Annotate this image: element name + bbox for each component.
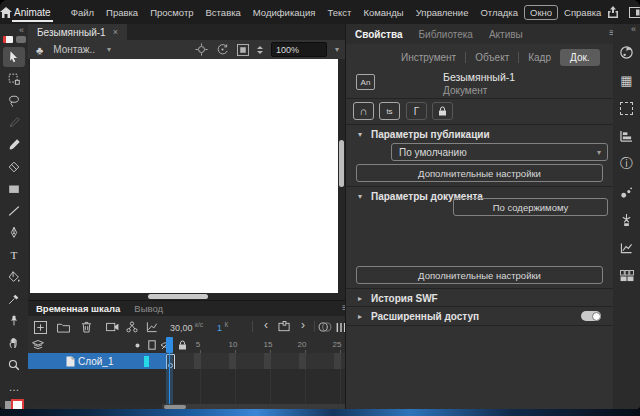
- rectangle-tool[interactable]: [3, 179, 25, 199]
- rotate-view-icon[interactable]: [216, 43, 229, 56]
- profile-select[interactable]: По умолчанию ▾: [391, 143, 608, 161]
- publish-advanced-button[interactable]: Дополнительные настройки: [356, 164, 603, 182]
- menu-edit[interactable]: Правка: [100, 5, 144, 20]
- horizontal-scroll-thumb[interactable]: [148, 294, 208, 299]
- document-tab-close-icon[interactable]: ×: [113, 27, 118, 37]
- paint-bucket-tool[interactable]: [3, 267, 25, 287]
- highlight-layers-icon[interactable]: [131, 339, 143, 351]
- playhead[interactable]: [166, 337, 173, 353]
- layer-outline-color-swatch[interactable]: [144, 356, 149, 367]
- delete-layer-button[interactable]: [78, 319, 94, 335]
- menu-control[interactable]: Управление: [410, 5, 475, 20]
- document-tab[interactable]: Безымянный-1 ×: [28, 24, 127, 40]
- stage[interactable]: [30, 59, 338, 293]
- hand-tool[interactable]: [3, 333, 25, 353]
- workspace-icon[interactable]: [629, 7, 640, 18]
- layer-parenting-button[interactable]: [124, 319, 140, 335]
- onion-skin-button[interactable]: [317, 319, 333, 335]
- layer-depth-button[interactable]: [144, 319, 160, 335]
- snap-ts-button[interactable]: ts: [379, 102, 400, 120]
- zoom-tool[interactable]: [3, 355, 25, 375]
- eraser-tool[interactable]: [3, 157, 25, 177]
- frame-rate-display[interactable]: 30,00 к/с: [170, 321, 203, 333]
- layer-name-cell[interactable]: Слой_1: [28, 353, 166, 369]
- menu-text[interactable]: Текст: [321, 5, 357, 20]
- extended-access-header[interactable]: ▸ Расширенный доступ: [346, 306, 613, 322]
- zoom-level-select[interactable]: 100%: [271, 42, 327, 57]
- subtab-doc[interactable]: Док.: [560, 49, 600, 66]
- add-camera-button[interactable]: [104, 319, 120, 335]
- snap-corner-button[interactable]: Γ: [406, 102, 427, 120]
- tab-library[interactable]: Библиотека: [419, 29, 473, 40]
- align-panel-icon[interactable]: [617, 126, 637, 146]
- outline-layers-icon[interactable]: [146, 339, 158, 351]
- menu-view[interactable]: Просмотр: [144, 5, 199, 20]
- tab-assets[interactable]: Активы: [489, 29, 523, 40]
- timeline-empty-area[interactable]: [28, 369, 345, 404]
- menu-modify[interactable]: Модификация: [247, 5, 322, 20]
- pen-tool[interactable]: [3, 223, 25, 243]
- menu-file[interactable]: Файл: [65, 5, 100, 20]
- text-tool[interactable]: T: [3, 245, 25, 265]
- current-frame-display[interactable]: 1 К: [217, 321, 228, 333]
- fluid-brush-tool[interactable]: [3, 113, 25, 133]
- frame-picker-panel-icon[interactable]: [617, 210, 637, 230]
- match-contents-button[interactable]: По содержимому: [453, 198, 608, 216]
- info-panel-icon[interactable]: ⓘ: [617, 154, 637, 174]
- snap-magnet-button[interactable]: ∩: [353, 102, 374, 120]
- step-forward-button[interactable]: ›: [295, 317, 311, 333]
- doc-advanced-button[interactable]: Дополнительные настройки: [356, 266, 603, 284]
- more-tools-button[interactable]: …: [3, 377, 25, 397]
- center-frame-button[interactable]: [276, 319, 292, 335]
- menu-commands[interactable]: Команды: [357, 5, 409, 20]
- menu-debug[interactable]: Отладка: [474, 5, 524, 20]
- vertical-scrollbar[interactable]: [338, 59, 345, 293]
- transform-panel-icon[interactable]: [617, 98, 637, 118]
- menu-window[interactable]: Окно: [524, 5, 558, 20]
- color-panel-icon[interactable]: [617, 42, 637, 62]
- asset-warp-tool[interactable]: [3, 311, 25, 331]
- home-icon[interactable]: [0, 7, 12, 18]
- classic-brush-tool[interactable]: [3, 135, 25, 155]
- menu-help[interactable]: Справка: [558, 5, 607, 20]
- layers-stack-icon[interactable]: [32, 339, 44, 351]
- zoom-chevron-icon[interactable]: ▾: [335, 45, 339, 54]
- eyedropper-tool[interactable]: [3, 289, 25, 309]
- collapse-tools-icon[interactable]: «: [19, 24, 28, 35]
- clip-content-icon[interactable]: [237, 44, 249, 56]
- new-folder-button[interactable]: [55, 319, 71, 335]
- new-layer-button[interactable]: [32, 319, 48, 335]
- horizontal-scrollbar[interactable]: [28, 293, 345, 300]
- history-panel-icon[interactable]: [617, 238, 637, 258]
- lock-layers-icon[interactable]: [176, 339, 188, 351]
- scene-chevron-icon[interactable]: ▾: [107, 45, 111, 54]
- tab-output[interactable]: Вывод: [134, 303, 163, 314]
- line-tool[interactable]: [3, 201, 25, 221]
- scene-name[interactable]: Монтаж..: [53, 44, 95, 55]
- free-transform-tool[interactable]: [3, 69, 25, 89]
- center-stage-icon[interactable]: [195, 43, 208, 56]
- subtab-frame[interactable]: Кадр: [528, 52, 551, 63]
- extended-access-toggle[interactable]: [581, 311, 601, 321]
- cc-libraries-panel-icon[interactable]: [617, 266, 637, 286]
- share-icon[interactable]: [607, 6, 619, 19]
- snap-lock-button[interactable]: [432, 102, 453, 120]
- subtab-object[interactable]: Объект: [475, 52, 509, 63]
- zoom-stepper[interactable]: [257, 46, 263, 54]
- layer-row[interactable]: Слой_1: [28, 353, 345, 369]
- tab-properties[interactable]: Свойства: [355, 29, 403, 40]
- vertical-scroll-thumb[interactable]: [339, 140, 344, 187]
- selection-tool[interactable]: [3, 47, 25, 67]
- lasso-tool[interactable]: [3, 91, 25, 111]
- step-back-button[interactable]: ‹: [258, 317, 274, 333]
- stroke-color-swatch[interactable]: [11, 399, 24, 409]
- subtab-tool[interactable]: Инструмент: [401, 52, 456, 63]
- menu-insert[interactable]: Вставка: [200, 5, 247, 20]
- swatches-panel-icon[interactable]: ▦: [617, 70, 637, 90]
- swf-history-header[interactable]: ▸ История SWF: [346, 288, 613, 304]
- collapse-dock-icon[interactable]: «: [627, 24, 640, 34]
- tab-timeline[interactable]: Временная шкала: [36, 303, 120, 314]
- scene-icon[interactable]: ♣: [36, 44, 43, 56]
- brushes-panel-icon[interactable]: [617, 182, 637, 202]
- app-menu-animate[interactable]: Animate: [12, 3, 53, 22]
